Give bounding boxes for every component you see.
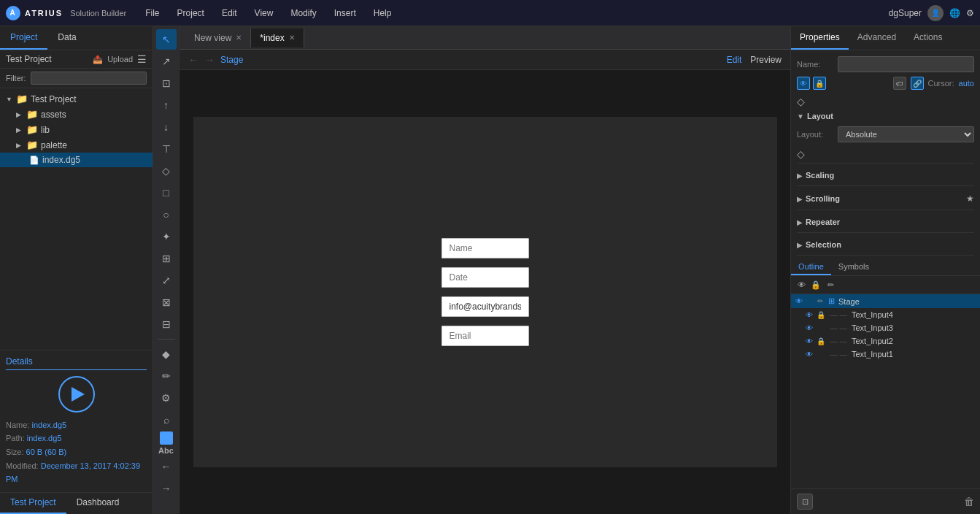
menu-help[interactable]: Help [366, 5, 399, 21]
menu-edit[interactable]: Edit [215, 5, 244, 21]
fullscreen-btn[interactable]: ⤢ [156, 270, 177, 291]
bottom-tab-dashboard[interactable]: Dashboard [66, 493, 130, 514]
logo: A ATRIUS Solution Builder [6, 6, 126, 20]
outline-text-input2[interactable]: 👁 🔒 — — Text_Input2 [791, 334, 980, 348]
form-input-date[interactable] [441, 267, 529, 288]
menu-modify[interactable]: Modify [283, 5, 323, 21]
menu-icon[interactable]: ☰ [137, 53, 147, 65]
index-close[interactable]: ✕ [289, 34, 295, 42]
bottom-panel-icon[interactable]: ⊡ [797, 494, 813, 510]
canvas-tab-index[interactable]: *index ✕ [251, 28, 304, 47]
outline-text-input3[interactable]: 👁 — — Text_Input3 [791, 321, 980, 334]
scaling-header[interactable]: ▶ Scaling [797, 168, 974, 183]
preview-action[interactable]: Preview [750, 55, 782, 65]
crop-tool-btn[interactable]: ⊡ [156, 73, 177, 93]
scrolling-header[interactable]: ▶ Scrolling ★ [797, 191, 974, 207]
direct-select-btn[interactable]: ↗ [156, 51, 177, 72]
color-swatch[interactable] [160, 431, 173, 445]
arrow-down-btn[interactable]: ↓ [156, 117, 177, 137]
user-avatar[interactable]: 👤 [927, 5, 944, 21]
tab-properties[interactable]: Properties [791, 26, 849, 50]
name-prop-input[interactable] [838, 56, 974, 72]
right-panel: Properties Advanced Actions Name: 👁 🔒 🏷 … [790, 26, 980, 514]
menu-file[interactable]: File [138, 5, 166, 21]
layout-select[interactable]: Absolute [838, 126, 974, 142]
component-btn[interactable]: ⊠ [156, 292, 177, 312]
pencil-btn[interactable]: ✏ [156, 366, 177, 386]
grid-btn[interactable]: ⊞ [156, 248, 177, 269]
globe-icon[interactable]: 🌐 [949, 8, 960, 18]
plugin-btn[interactable]: ⚙ [156, 388, 177, 408]
menu-view[interactable]: View [247, 5, 281, 21]
bottom-tab-project[interactable]: Test Project [0, 493, 66, 514]
selection-header[interactable]: ▶ Selection [797, 237, 974, 252]
name-label: Name: [6, 421, 29, 429]
eye-icon-3: 👁 [806, 324, 814, 332]
repeater-section: ▶ Repeater [797, 210, 974, 229]
outline-tab-outline[interactable]: Outline [791, 259, 831, 275]
outline-text-input4[interactable]: 👁 🔒 — — Text_Input4 [791, 308, 980, 321]
upload-icon[interactable]: 📤 [93, 55, 103, 64]
play-button[interactable] [58, 376, 95, 413]
repeater-header[interactable]: ▶ Repeater [797, 215, 974, 229]
lock-icon[interactable]: 🔒 [813, 77, 826, 90]
canvas-stage[interactable] [180, 70, 790, 514]
tree-item-palette[interactable]: ▶ 📁 palette [0, 137, 153, 153]
align-top-btn[interactable]: ⊤ [156, 139, 177, 159]
eye-icon: 👁 [795, 297, 804, 305]
layout-btn[interactable]: ⊟ [156, 314, 177, 334]
filter-input[interactable] [31, 72, 147, 85]
outline-text-input1[interactable]: 👁 — — Text_Input1 [791, 348, 980, 361]
tab-advanced[interactable]: Advanced [849, 26, 905, 50]
outline-lock-icon[interactable]: 🔒 [810, 279, 822, 291]
trash-icon[interactable]: 🗑 [964, 496, 974, 507]
menu-project[interactable]: Project [170, 5, 212, 21]
diamond-btn[interactable]: ◇ [156, 161, 177, 181]
link-icon[interactable]: 🔗 [911, 77, 924, 90]
outline-tabs: Outline Symbols [791, 259, 980, 276]
rectangle-btn[interactable]: □ [156, 183, 177, 203]
search-btn[interactable]: ⌕ [156, 410, 177, 430]
tab-actions[interactable]: Actions [905, 26, 951, 50]
breadcrumb-fwd[interactable]: → [204, 54, 215, 66]
outline-edit-icon[interactable]: ✏ [825, 279, 836, 291]
ellipse-btn[interactable]: ○ [156, 204, 177, 225]
nav-back-btn[interactable]: ← [156, 456, 177, 477]
solution-builder-label: Solution Builder [70, 9, 126, 18]
select-tool-btn[interactable]: ↖ [156, 29, 177, 50]
nav-fwd-btn[interactable]: → [156, 478, 177, 499]
tab-data[interactable]: Data [47, 26, 86, 50]
upload-label[interactable]: Upload [107, 55, 133, 64]
stage-bg[interactable] [193, 117, 777, 467]
edit-action[interactable]: Edit [727, 55, 742, 65]
tag-icon[interactable]: 🏷 [893, 77, 906, 90]
arrow-up-btn[interactable]: ↑ [156, 95, 177, 115]
breadcrumb-back[interactable]: ← [188, 54, 198, 66]
text-tool-btn[interactable]: Abc [158, 446, 174, 455]
form-input-name[interactable] [441, 238, 529, 258]
outline-stage[interactable]: 👁 ✏ ⊞ Stage [791, 294, 980, 308]
menu-insert[interactable]: Insert [327, 5, 363, 21]
outline-tab-symbols[interactable]: Symbols [831, 259, 876, 275]
settings-icon[interactable]: ⚙ [966, 8, 974, 18]
vertical-toolbar: ↖ ↗ ⊡ ↑ ↓ ⊤ ◇ □ ○ ✦ ⊞ ⤢ ⊠ ⊟ ◆ ✏ ⚙ ⌕ Abc … [153, 26, 180, 514]
tree-item-root[interactable]: ▼ 📁 Test Project [0, 91, 153, 107]
canvas-tab-newview[interactable]: New view ✕ [185, 28, 251, 47]
symbol-btn[interactable]: ◆ [156, 344, 177, 364]
tree-item-index[interactable]: 📄 index.dg5 [0, 153, 153, 167]
form-input-email-filled[interactable] [441, 296, 529, 317]
star-btn[interactable]: ✦ [156, 226, 177, 247]
tree-item-lib[interactable]: ▶ 📁 lib [0, 122, 153, 137]
tab-project[interactable]: Project [0, 26, 47, 50]
form-input-email[interactable] [441, 326, 529, 346]
layout-section-header[interactable]: ▼ Layout [797, 109, 974, 123]
tree-item-assets[interactable]: ▶ 📁 assets [0, 107, 153, 122]
left-panel: Project Data Test Project 📤 Upload ☰ Fil… [0, 26, 153, 514]
visibility-icon[interactable]: 👁 [797, 77, 810, 90]
right-panel-tabs: Properties Advanced Actions [791, 26, 980, 50]
scrolling-section: ▶ Scrolling ★ [797, 185, 974, 207]
newview-close[interactable]: ✕ [236, 34, 242, 42]
tree-label-lib: lib [41, 125, 50, 135]
outline-eye-icon[interactable]: 👁 [795, 279, 807, 291]
stage-label[interactable]: Stage [220, 55, 243, 65]
